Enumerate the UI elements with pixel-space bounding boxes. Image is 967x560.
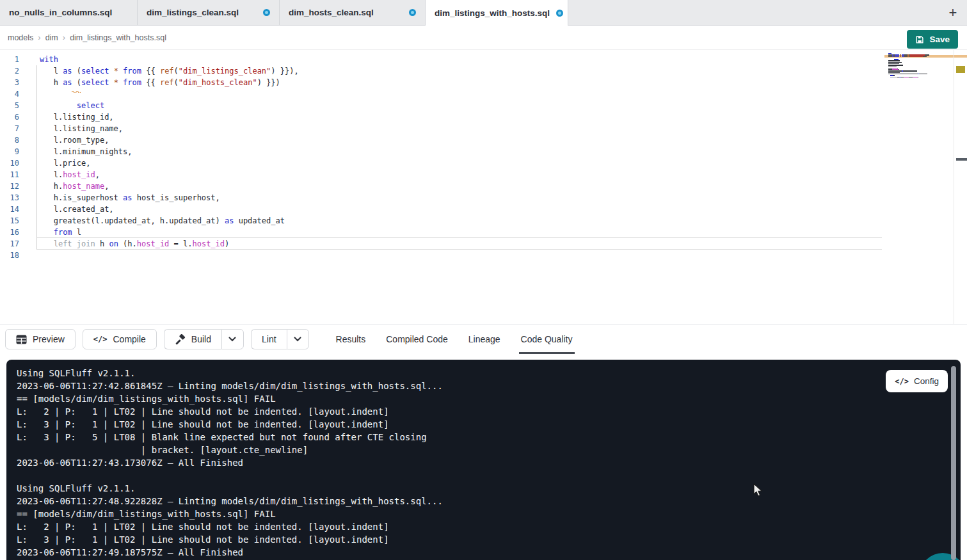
line-number: 8	[0, 134, 19, 146]
line-number: 17	[0, 238, 19, 250]
new-tab-button[interactable]: +	[939, 0, 967, 25]
terminal-line: L: 2 | P: 1 | LT02 | Line should not be …	[17, 405, 890, 418]
scrollbar-cursor-marker	[956, 158, 967, 161]
terminal-line: 2023-06-06T11:27:42.861845Z — Linting mo…	[17, 380, 890, 392]
panel-tab-lineage[interactable]: Lineage	[468, 324, 500, 354]
build-button[interactable]: Build	[164, 329, 221, 349]
lint-button[interactable]: Lint	[251, 329, 287, 349]
editor-tab-dim-listings-clean-sql[interactable]: dim_listings_clean.sql	[138, 0, 280, 25]
line-numbers: 123456789101112131415161718	[0, 54, 19, 261]
result-panel-tabs: ResultsCompiled CodeLineageCode Quality	[336, 324, 573, 354]
compile-button[interactable]: </> Compile	[83, 329, 157, 349]
code-line: l as (select * from {{ ref("dim_listings…	[40, 65, 299, 77]
panel-tab-code-quality[interactable]: Code Quality	[521, 324, 573, 354]
line-number: 5	[0, 100, 19, 111]
line-number: 1	[0, 54, 19, 65]
tab-label: dim_hosts_clean.sql	[289, 8, 374, 17]
line-number: 9	[0, 146, 19, 157]
chevron-down-icon	[294, 337, 301, 342]
breadcrumb-item-dim[interactable]: dim	[45, 33, 58, 42]
indent-guide	[36, 65, 37, 250]
code-line: h.is_superhost as host_is_superhost,	[40, 192, 299, 204]
terminal-line: == [models/dim/dim_listings_with_hosts.s…	[17, 392, 890, 405]
terminal-line: L: 3 | P: 5 | LT08 | Blank line expected…	[17, 431, 890, 444]
breadcrumb-item-dim-listings-with-hosts-sql[interactable]: dim_listings_with_hosts.sql	[70, 33, 166, 42]
terminal-line: Using SQLFluff v2.1.1.	[17, 367, 890, 380]
build-dropdown-button[interactable]	[221, 329, 244, 349]
line-number: 14	[0, 204, 19, 215]
minimap-line	[888, 60, 936, 61]
minimap-line	[888, 56, 936, 57]
save-icon	[915, 35, 924, 44]
terminal-line	[17, 469, 890, 482]
minimap-line	[888, 75, 936, 76]
editor-tab-no-nulls-in-columns-sql[interactable]: no_nulls_in_columns.sql	[0, 0, 138, 25]
mouse-cursor	[753, 483, 763, 497]
editor-tab-dim-hosts-clean-sql[interactable]: dim_hosts_clean.sql	[280, 0, 426, 25]
line-number: 16	[0, 227, 19, 238]
terminal-panel: Using SQLFluff v2.1.1.2023-06-06T11:27:4…	[6, 360, 961, 560]
minimap-line	[888, 58, 936, 58]
breadcrumb-separator: ›	[38, 33, 40, 42]
save-button[interactable]: Save	[907, 30, 958, 49]
modified-dot-icon	[409, 9, 416, 16]
code-line: from l	[40, 227, 299, 238]
code-editor[interactable]: 123456789101112131415161718 with l as (s…	[0, 50, 967, 324]
tab-label: dim_listings_clean.sql	[147, 8, 239, 17]
code-line: l.listing_id,	[40, 111, 299, 123]
compile-button-label: Compile	[113, 334, 145, 344]
code-line: select	[40, 100, 299, 111]
minimap-line	[888, 70, 936, 71]
line-number: 10	[0, 157, 19, 169]
terminal-line: L: 2 | P: 1 | LT02 | Line should not be …	[17, 520, 890, 533]
minimap-line	[888, 68, 936, 68]
chevron-down-icon	[228, 337, 236, 342]
preview-button[interactable]: Preview	[5, 329, 76, 349]
panel-tab-results[interactable]: Results	[336, 324, 366, 354]
code-line: l.host_id,	[40, 169, 299, 180]
editor-tab-dim-listings-with-hosts-sql[interactable]: dim_listings_with_hosts.sql	[426, 0, 568, 26]
minimap[interactable]	[888, 53, 936, 79]
line-number: 18	[0, 250, 19, 261]
scrollbar-warning-marker	[956, 66, 965, 73]
minimap-line	[888, 67, 936, 67]
tab-label: dim_listings_with_hosts.sql	[435, 8, 550, 18]
line-number: 13	[0, 192, 19, 204]
minimap-line	[888, 53, 936, 54]
terminal-output: Using SQLFluff v2.1.1.2023-06-06T11:27:4…	[6, 360, 961, 559]
save-button-label: Save	[929, 35, 950, 44]
breadcrumb: models›dim›dim_listings_with_hosts.sql	[0, 26, 967, 50]
breadcrumb-item-models[interactable]: models	[8, 33, 33, 42]
lint-squiggle-underline	[72, 86, 81, 95]
editor-tab-bar: no_nulls_in_columns.sqldim_listings_clea…	[0, 0, 967, 26]
terminal-line: L: 3 | P: 1 | LT02 | Line should not be …	[17, 533, 890, 546]
hammer-icon	[175, 334, 186, 345]
code-line	[40, 250, 299, 261]
terminal-line: L: 3 | P: 1 | LT02 | Line should not be …	[17, 418, 890, 431]
line-number: 11	[0, 169, 19, 180]
code-line: l.minimum_nights,	[40, 146, 299, 157]
minimap-line	[888, 78, 936, 79]
action-toolbar: Preview </> Compile Build Lint	[0, 324, 967, 354]
line-number: 3	[0, 77, 19, 88]
config-button-label: Config	[914, 376, 939, 386]
line-number: 15	[0, 215, 19, 227]
config-button[interactable]: </> Config	[886, 370, 948, 392]
minimap-line	[888, 62, 936, 63]
terminal-line: 2023-06-06T11:27:43.173076Z — All Finish…	[17, 456, 890, 469]
code-line: l.created_at,	[40, 204, 299, 215]
line-number: 7	[0, 123, 19, 134]
panel-tab-compiled-code[interactable]: Compiled Code	[386, 324, 448, 354]
line-number: 12	[0, 180, 19, 192]
tab-label: no_nulls_in_columns.sql	[9, 8, 112, 17]
minimap-line	[888, 54, 936, 55]
terminal-line: | bracket. [layout.cte_newline]	[17, 444, 890, 456]
code-content[interactable]: with l as (select * from {{ ref("dim_lis…	[40, 54, 299, 261]
modified-dot-icon	[556, 10, 563, 17]
line-number: 2	[0, 65, 19, 77]
minimap-line	[888, 77, 936, 77]
minimap-line	[888, 69, 936, 70]
line-number: 4	[0, 88, 19, 100]
terminal-scrollbar[interactable]	[951, 366, 956, 560]
lint-dropdown-button[interactable]	[287, 329, 309, 349]
